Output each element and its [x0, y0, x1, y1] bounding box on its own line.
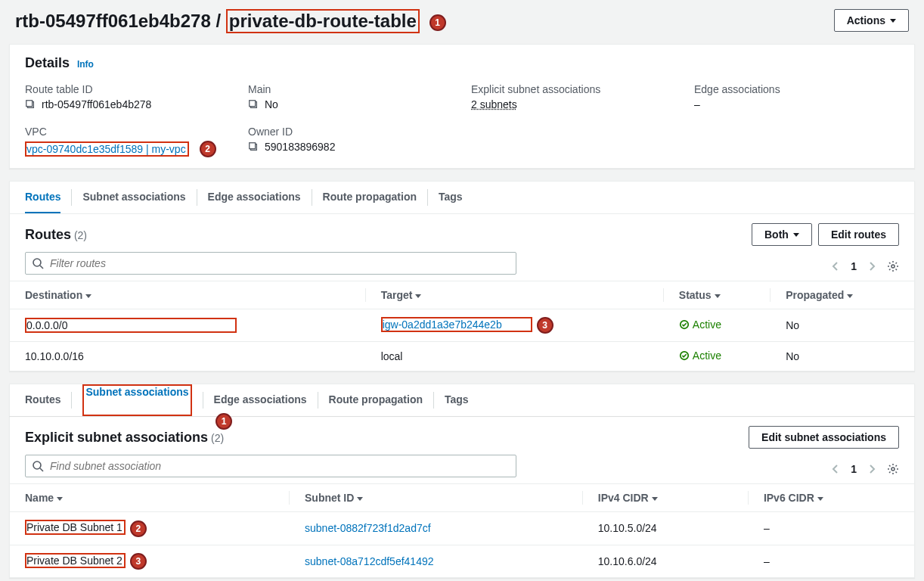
route-destination: 10.10.0.0/16 — [10, 342, 366, 371]
copy-icon[interactable] — [248, 99, 259, 110]
routes-heading: Routes — [25, 227, 71, 242]
subnet-table: Name Subnet ID IPv4 CIDR IPv6 CIDR Priva… — [10, 483, 914, 577]
copy-icon[interactable] — [25, 99, 36, 110]
details-heading: Details — [25, 55, 70, 70]
main-label: Main — [248, 83, 453, 95]
subnet-count: (2) — [211, 432, 224, 444]
routes-panel: Routes (2) Both Edit routes 1 — [9, 213, 915, 371]
chevron-down-icon — [890, 19, 896, 23]
tab-subnet-associations[interactable]: Subnet associations — [82, 182, 185, 213]
annotation-2: 2 — [130, 520, 147, 537]
page-title-prefix: rtb-05497ff061eb4b278 / — [15, 11, 226, 31]
routes-page-num: 1 — [851, 260, 857, 272]
details-info-link[interactable]: Info — [77, 59, 94, 70]
page-title: rtb-05497ff061eb4b278 / private-db-route… — [15, 9, 446, 33]
route-table-id-value: rtb-05497ff061eb4b278 — [42, 98, 151, 110]
col-name[interactable]: Name — [10, 484, 290, 512]
details-panel: Details Info Route table ID rtb-05497ff0… — [9, 44, 915, 169]
edge-value: – — [694, 98, 899, 110]
table-row: Private DB Subnet 23 subnet-08a712cdf5ef… — [10, 545, 914, 577]
tab-edge-associations-2[interactable]: Edge associations — [214, 384, 307, 416]
subnet-id[interactable]: subnet-0882f723f1d2ad7cf — [290, 512, 583, 545]
tab-tags-2[interactable]: Tags — [445, 384, 469, 416]
route-target[interactable]: igw-0a2dd1a3e7b244e2b3 — [366, 309, 664, 342]
gear-icon[interactable] — [887, 260, 899, 272]
chevron-left-icon[interactable] — [829, 463, 842, 475]
tab-route-propagation-2[interactable]: Route propagation — [329, 384, 423, 416]
chevron-left-icon[interactable] — [829, 260, 842, 272]
vpc-link[interactable]: vpc-09740dc1e35df1589 | my-vpc — [26, 143, 186, 155]
svg-rect-1 — [26, 101, 33, 107]
svg-rect-3 — [250, 101, 256, 107]
svg-line-12 — [40, 468, 43, 471]
chevron-down-icon — [793, 233, 799, 237]
sort-icon — [57, 497, 63, 501]
actions-button[interactable]: Actions — [834, 9, 909, 32]
tab-route-propagation[interactable]: Route propagation — [323, 182, 417, 213]
tab-edge-associations[interactable]: Edge associations — [208, 182, 301, 213]
chevron-right-icon[interactable] — [866, 463, 878, 475]
tab-subnet-associations-2[interactable]: Subnet associations — [82, 384, 191, 416]
table-row: Private DB Subnet 12 subnet-0882f723f1d2… — [10, 512, 914, 545]
subnet-ipv4: 10.10.6.0/24 — [583, 545, 749, 577]
subnet-filter-input[interactable] — [50, 460, 510, 472]
col-ipv4[interactable]: IPv4 CIDR — [583, 484, 749, 512]
sort-icon — [415, 294, 421, 298]
route-target: local — [366, 342, 664, 371]
routes-both-label: Both — [764, 228, 789, 241]
route-status: Active — [664, 342, 771, 371]
col-ipv6[interactable]: IPv6 CIDR — [749, 484, 914, 512]
routes-table: Destination Target Status Propagated 0.0… — [10, 281, 914, 371]
subnet-heading: Explicit subnet associations — [25, 430, 208, 445]
edit-subnet-associations-button[interactable]: Edit subnet associations — [749, 426, 899, 449]
actions-label: Actions — [847, 14, 885, 26]
col-target[interactable]: Target — [366, 281, 664, 309]
sort-icon — [652, 497, 658, 501]
sort-icon — [847, 294, 853, 298]
tab-routes[interactable]: Routes — [25, 182, 60, 213]
route-propagated: No — [771, 309, 914, 342]
table-row: 0.0.0.0/0 igw-0a2dd1a3e7b244e2b3 Active … — [10, 309, 914, 342]
col-destination[interactable]: Destination — [10, 281, 366, 309]
chevron-right-icon[interactable] — [866, 260, 878, 272]
route-status: Active — [664, 309, 771, 342]
table-row: 10.10.0.0/16 local Active No — [10, 342, 914, 371]
annotation-3: 3 — [130, 553, 147, 570]
tab-tags[interactable]: Tags — [439, 182, 463, 213]
subnet-page-num: 1 — [851, 463, 857, 475]
page-title-name: private-db-route-table — [226, 9, 420, 33]
copy-icon[interactable] — [248, 141, 259, 152]
sort-icon — [357, 497, 363, 501]
search-icon — [32, 460, 44, 472]
edit-routes-button[interactable]: Edit routes — [818, 223, 899, 246]
owner-label: Owner ID — [248, 126, 453, 138]
col-propagated[interactable]: Propagated — [771, 281, 914, 309]
svg-rect-5 — [250, 143, 256, 149]
explicit-value[interactable]: 2 subnets — [471, 98, 517, 110]
annotation-3: 3 — [537, 317, 553, 334]
sort-icon — [817, 497, 823, 501]
vpc-label: VPC — [25, 126, 230, 138]
route-table-id-label: Route table ID — [25, 83, 230, 95]
tab-routes-2[interactable]: Routes — [25, 384, 60, 416]
annotation-2: 2 — [200, 141, 216, 157]
subnet-assoc-panel: Explicit subnet associations (2) Edit su… — [9, 416, 915, 578]
sort-icon — [85, 294, 91, 298]
routes-filter-input[interactable] — [50, 257, 510, 269]
col-status[interactable]: Status — [664, 281, 771, 309]
svg-line-7 — [40, 266, 43, 269]
gear-icon[interactable] — [887, 463, 899, 475]
explicit-label: Explicit subnet associations — [471, 83, 676, 95]
routes-both-button[interactable]: Both — [752, 223, 812, 246]
svg-point-11 — [33, 461, 41, 469]
subnet-ipv6: – — [749, 545, 914, 577]
subnet-id[interactable]: subnet-08a712cdf5ef41492 — [290, 545, 583, 577]
col-subnet-id[interactable]: Subnet ID — [290, 484, 583, 512]
subnet-name: Private DB Subnet 12 — [10, 512, 290, 545]
search-icon — [32, 257, 44, 269]
owner-value: 590183896982 — [265, 141, 335, 153]
edge-label: Edge associations — [694, 83, 899, 95]
subnet-ipv4: 10.10.5.0/24 — [583, 512, 749, 545]
svg-point-13 — [891, 468, 895, 471]
svg-point-6 — [33, 259, 41, 266]
